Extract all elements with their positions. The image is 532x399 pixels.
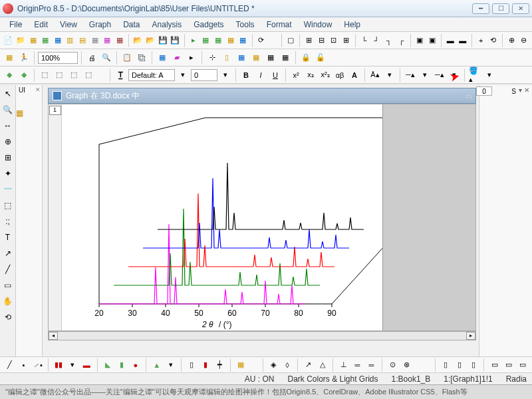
menu-tools[interactable]: Tools xyxy=(231,19,260,31)
menu-analysis[interactable]: Analysis xyxy=(147,19,188,31)
region-tool-icon[interactable]: :; xyxy=(2,215,14,227)
script-window-icon[interactable]: ▦ xyxy=(235,51,248,65)
menu-data[interactable]: Data xyxy=(118,19,145,31)
layer-tab-1[interactable]: 1 xyxy=(49,106,61,115)
inset-axes-icon[interactable]: ▣ xyxy=(426,34,438,47)
text-tool2-icon[interactable]: T xyxy=(2,231,14,243)
menu-edit[interactable]: Edit xyxy=(29,19,53,31)
menu-window[interactable]: Window xyxy=(299,19,338,31)
new-folder-icon[interactable]: 📁 xyxy=(15,34,27,47)
bold-icon[interactable]: B xyxy=(239,68,253,82)
rescale-tool-icon[interactable]: ↔ xyxy=(2,120,14,132)
import-wizard-icon[interactable]: ▸ xyxy=(188,34,199,47)
layer-merge-icon[interactable]: ⊞ xyxy=(340,34,352,47)
superscript-icon[interactable]: x² xyxy=(289,68,303,82)
transfer-icon[interactable]: ▰ xyxy=(170,51,184,65)
menu-gadgets[interactable]: Gadgets xyxy=(188,19,229,31)
data-reader-icon[interactable]: ⊞ xyxy=(2,152,14,164)
command-window-icon[interactable]: ▦ xyxy=(249,51,263,65)
new-color-icon[interactable]: ▬ xyxy=(445,34,456,47)
linesymbol-icon[interactable]: ⟋• xyxy=(32,358,43,372)
font-decrease-icon[interactable]: ▾ xyxy=(383,68,396,82)
zoom-combo[interactable] xyxy=(38,52,78,64)
duplicate-icon[interactable]: ⿻ xyxy=(135,51,148,65)
mask3-icon[interactable]: ⬚ xyxy=(67,68,80,82)
axis-t-icon[interactable]: ┐ xyxy=(384,34,395,47)
panel-item-icon[interactable]: ▦ xyxy=(16,108,42,118)
new-function-icon[interactable]: ▦ xyxy=(114,34,126,47)
align-b-icon[interactable]: ▭ xyxy=(517,358,528,372)
labview-icon[interactable]: ▦ xyxy=(264,51,277,65)
refresh-icon[interactable]: ⟲ xyxy=(488,34,499,47)
open-icon[interactable]: 📂 xyxy=(132,34,144,47)
import-batch-icon[interactable]: ▦ xyxy=(237,34,249,47)
box-plot-icon[interactable]: ▯ xyxy=(186,358,198,372)
underline-icon[interactable]: U xyxy=(269,68,282,82)
matlab-icon[interactable]: ▦ xyxy=(279,51,292,65)
align-r-icon[interactable]: ▯ xyxy=(467,358,479,372)
mask4-icon[interactable]: ⬚ xyxy=(82,68,95,82)
smith-icon[interactable]: ⊗ xyxy=(401,358,412,372)
layer-add-icon[interactable]: ⊡ xyxy=(328,34,339,47)
mask2-icon[interactable]: ⬚ xyxy=(53,68,66,82)
new-notes-icon[interactable]: ▦ xyxy=(89,34,100,47)
palette-icon[interactable]: ▬ xyxy=(458,34,469,47)
polar-icon[interactable]: ⊙ xyxy=(387,358,398,372)
code-builder-icon[interactable]: ▦ xyxy=(156,51,169,65)
multi2-icon[interactable]: ═ xyxy=(366,358,377,372)
right-panel-close-icon[interactable]: ▾ ✕ xyxy=(519,86,529,94)
import-excel-icon[interactable]: ▦ xyxy=(225,34,236,47)
layer-arrange-icon[interactable]: ⊞ xyxy=(303,34,315,47)
lock-icon[interactable]: 🔒 xyxy=(299,51,313,65)
pie-plot-icon[interactable]: ● xyxy=(130,358,141,372)
3d-plot-icon[interactable]: ▲ xyxy=(151,358,162,372)
line-tool-icon[interactable]: ╱ xyxy=(2,263,14,275)
inset-graph-icon[interactable]: ▣ xyxy=(414,34,426,47)
add-column-icon[interactable]: ▯ xyxy=(220,51,233,65)
subscript-icon[interactable]: x₂ xyxy=(304,68,317,82)
font-combo[interactable] xyxy=(128,69,175,81)
ternary-icon[interactable]: △ xyxy=(317,358,328,372)
mask1-icon[interactable]: ⬚ xyxy=(38,68,51,82)
3d-dropdown-icon[interactable]: ▾ xyxy=(165,358,176,372)
axis-l-icon[interactable]: └ xyxy=(359,34,370,47)
surface-icon[interactable]: ◊ xyxy=(281,358,293,372)
fontsize-dropdown-icon[interactable]: ▾ xyxy=(219,68,232,82)
graph-restore-icon[interactable]: ▭ xyxy=(466,92,471,100)
rect-tool-icon[interactable]: ▭ xyxy=(2,279,14,291)
fill-color-icon[interactable]: 🪣▴ xyxy=(468,68,481,82)
results-log-icon[interactable]: 🏃 xyxy=(17,51,31,65)
menu-view[interactable]: View xyxy=(55,19,82,31)
save-icon[interactable]: 💾 xyxy=(157,34,168,47)
new-layout-icon[interactable]: ▦ xyxy=(102,34,113,47)
project-explorer-icon[interactable]: ▦ xyxy=(3,51,16,65)
anti-alias-icon[interactable]: ▢ xyxy=(285,34,297,47)
reader-tool-icon[interactable]: ⊕ xyxy=(2,136,14,148)
italic-icon[interactable]: I xyxy=(254,68,267,82)
font-dropdown-icon[interactable]: ▾ xyxy=(176,68,190,82)
line1b-icon[interactable]: ▾ xyxy=(418,68,432,82)
rotate-tool-icon[interactable]: ⟲ xyxy=(2,311,14,323)
align-l-icon[interactable]: ▯ xyxy=(440,358,452,372)
bar-plot-icon[interactable]: ▬ xyxy=(81,358,92,372)
line2b-icon[interactable]: ▾ xyxy=(448,68,461,82)
greek-icon[interactable]: αβ xyxy=(333,68,346,82)
align-t-icon[interactable]: ▭ xyxy=(489,358,500,372)
hist-plot-icon[interactable]: ▮ xyxy=(200,358,211,372)
align-m-icon[interactable]: ▭ xyxy=(503,358,514,372)
new-matrix-icon[interactable]: ▥ xyxy=(65,34,76,47)
digitize-icon[interactable]: ⊹ xyxy=(205,51,219,65)
right-series-spin[interactable] xyxy=(476,86,492,96)
font-increase-icon[interactable]: Ā▴ xyxy=(368,68,382,82)
print-icon[interactable]: 🖨 xyxy=(85,51,98,65)
menu-graph[interactable]: Graph xyxy=(84,19,116,31)
panel-close-icon[interactable]: ✕ xyxy=(35,86,41,93)
pointer-tool-icon[interactable]: ↖ xyxy=(2,88,14,100)
open-template-icon[interactable]: 📂 xyxy=(145,34,156,47)
lock2-icon[interactable]: 🔓 xyxy=(314,51,327,65)
graph-titlebar[interactable]: Graph 在 3D.docx 中 ▭ xyxy=(48,88,476,104)
new-matrix2-icon[interactable]: ▤ xyxy=(77,34,88,47)
mask-tool-icon[interactable]: ⬚ xyxy=(2,200,14,211)
draw-data-icon[interactable]: 〰 xyxy=(2,184,14,196)
vector-icon[interactable]: ↗ xyxy=(303,358,314,372)
